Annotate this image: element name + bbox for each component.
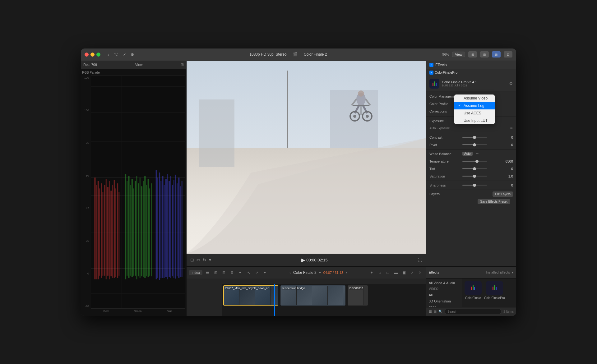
pivot-slider[interactable] [462,144,487,145]
view-button[interactable]: View [452,52,465,57]
layout-btn-4[interactable]: ⊡ [504,51,512,58]
svg-rect-12 [98,181,99,279]
plugin-row: ✓ ColorFinalePro [426,69,516,76]
view-label[interactable]: View [135,63,143,67]
category-3d[interactable]: 3D Orientation [426,298,462,304]
grid-view-icon[interactable]: ⊞ [434,310,437,314]
monitor-icon[interactable]: ▣ [400,269,407,276]
key-icon[interactable]: ⌥ [114,52,118,57]
waveform-svg [91,76,185,308]
clip-bmx[interactable]: 22637_Man_ride_bicycle_down_and_up_bike_… [223,285,278,306]
current-timecode: 00:00:02:15 [306,258,328,262]
contrast-slider[interactable] [462,137,487,138]
settings-icon[interactable]: ⚙ [509,81,513,86]
back-icon[interactable]: ↓ [107,52,109,57]
fullscreen-icon[interactable]: ⛶ [418,257,422,262]
svg-rect-28 [128,176,129,278]
video-area: ⊡ ✂ ↻ ▾ ▶ 00:00:02:15 ⛶ [187,61,426,266]
video-frame [187,61,426,254]
edit-layers-button[interactable]: Edit Layers [493,191,513,197]
crop-icon[interactable]: ⊡ [190,257,194,262]
dropdown-item-assume-log[interactable]: ✓ Assume Log [454,102,495,109]
tint-label: Tint [429,167,460,171]
list-icon[interactable]: ☰ [204,269,211,276]
effects-checkbox[interactable]: ✓ [429,63,433,67]
fullscreen-button[interactable] [96,53,100,57]
transform-icon[interactable]: ↻ [203,257,206,262]
timeline-toolbar: Index ☰ ⊞ ⊟ ⊠ ▾ ↖ ↗ ▾ [187,267,426,279]
bottom-row: Index ☰ ⊞ ⊟ ⊠ ▾ ↖ ↗ ▾ [187,266,516,316]
app-window: ↓ ⌥ ✓ ⚙ 1080p HD 30p, Stereo 🎬 Color Fin… [81,48,516,316]
search-input[interactable] [445,309,502,314]
y-label-0: 0 [82,272,90,275]
zoom-level[interactable]: 96% [442,53,449,56]
close-strip-icon[interactable]: ✕ [417,269,423,276]
chevron-down-sm-2-icon[interactable]: ▾ [261,269,268,276]
minimize-button[interactable] [90,53,95,57]
effect-colorfinale[interactable]: ColorFinale [465,281,482,300]
gear-icon[interactable]: ⚙ [131,52,134,57]
list-view-icon[interactable]: ☰ [429,310,432,314]
layout-btn-2[interactable]: ⊟ [480,51,489,58]
svg-rect-17 [106,179,107,279]
chevron-down-effects-icon[interactable]: ▾ [512,270,514,274]
plugin-checkbox[interactable]: ✓ [429,71,433,75]
grid-icon[interactable]: ⊞ [212,269,219,276]
svg-rect-13 [99,188,100,276]
chevron-down-seq-icon[interactable]: ▾ [319,270,321,275]
tint-slider[interactable] [462,168,487,169]
color-profile-dropdown[interactable]: Assume Video ✓ Assume Log Use ACES [454,94,495,124]
video-controls: ⊡ ✂ ↻ ▾ ▶ 00:00:02:15 ⛶ [187,254,426,266]
x-label-red: Red [104,310,109,313]
clip-icon[interactable]: □ [384,269,391,276]
temperature-slider[interactable] [462,161,487,162]
svg-rect-31 [133,188,134,276]
search-icon: 🔍 [438,310,443,314]
saturation-slider[interactable] [462,176,487,177]
tile-icon[interactable]: ⊟ [220,269,227,276]
svg-rect-22 [114,180,115,278]
left-nav-icon[interactable]: ‹ [289,270,291,275]
zoom-in-icon[interactable]: + [368,269,375,276]
title-bar-right: 96% View ⊞ ⊟ ⊠ ⊡ [442,51,512,58]
category-360[interactable]: 360° [426,304,462,307]
temperature-value: 6500 [489,159,513,163]
pencil-icon[interactable]: ✏ [510,126,513,130]
dropdown-item-assume-video[interactable]: Assume Video [454,94,495,102]
wb-auto-button[interactable]: Auto [462,152,473,156]
film-strip-icon[interactable]: ▬ [392,269,399,276]
playhead[interactable] [274,284,275,316]
layout-btn-3[interactable]: ⊠ [492,51,501,58]
clip-bridge[interactable]: suspension bridge [280,285,346,306]
share-icon[interactable]: ↗ [409,269,415,276]
svg-rect-29 [130,185,131,275]
check-icon[interactable]: ✓ [123,52,126,57]
items-count: 2 Items [503,310,514,313]
close-button[interactable] [85,53,89,57]
arrow-icon[interactable]: ↖ [245,269,252,276]
chevron-down-icon[interactable]: ▾ [209,257,211,262]
right-nav-icon[interactable]: › [346,270,347,275]
save-effects-preset-button[interactable]: Save Effects Preset [478,199,510,204]
index-button[interactable]: Index [189,270,202,275]
dropdown-item-use-aces[interactable]: Use ACES [454,109,495,117]
svg-rect-11 [96,185,97,279]
chevron-down-sm-icon[interactable]: ▾ [237,269,243,276]
play-button[interactable]: ▶ [301,257,305,263]
clip-dsc-label: DSC01013 [349,287,363,290]
layout-btn-1[interactable]: ⊞ [468,51,477,58]
sharpness-slider[interactable] [462,185,487,186]
dropdown-item-use-lut[interactable]: Use Input LUT [454,117,495,124]
category-all[interactable]: All [426,292,462,298]
category-all-video-audio[interactable]: All Video & Audio [426,280,462,286]
headphone-icon[interactable]: ⌽ [376,269,383,276]
pointer-icon[interactable]: ↗ [253,269,260,276]
select-icon[interactable]: ✂ [197,257,200,262]
detail-icon[interactable]: ⊠ [229,269,235,276]
svg-rect-42 [151,183,152,276]
wb-pencil-icon[interactable]: ✏ [476,152,479,156]
effects-panel-label: Effects [429,270,439,274]
effect-colorfinalepro[interactable]: ColorFinalePro [484,281,505,300]
clip-dsc[interactable]: DSC01013 [348,285,368,306]
svg-rect-25 [118,192,119,276]
